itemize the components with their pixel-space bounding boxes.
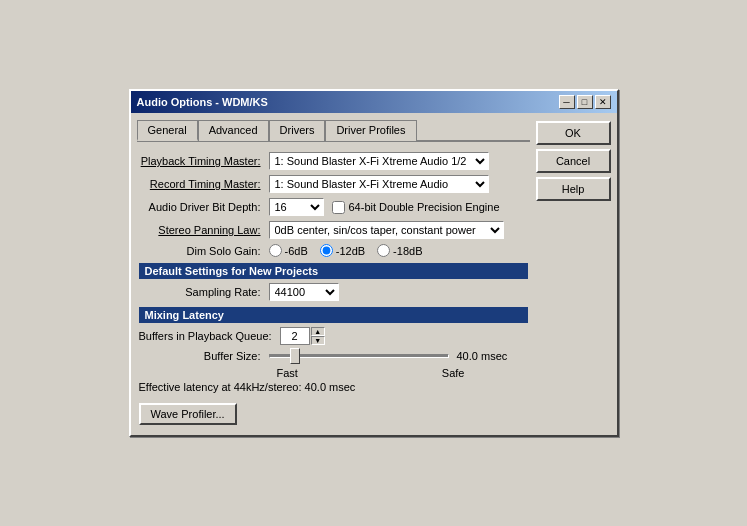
tab-driver-profiles[interactable]: Driver Profiles: [325, 120, 416, 141]
radio-item-18db: -18dB: [377, 244, 422, 257]
effective-latency: Effective latency at 44kHz/stereo: 40.0 …: [139, 381, 528, 393]
tab-content: Playback Timing Master: 1: Sound Blaster…: [137, 148, 530, 429]
tab-general[interactable]: General: [137, 120, 198, 141]
dim-solo-label: Dim Solo Gain:: [139, 245, 269, 257]
wave-profiler-button[interactable]: Wave Profiler...: [139, 403, 237, 425]
radio-18db-label: -18dB: [393, 245, 422, 257]
slider-thumb[interactable]: [290, 348, 300, 364]
mixing-latency-header: Mixing Latency: [139, 307, 528, 323]
precision-checkbox[interactable]: [332, 201, 345, 214]
radio-12db-label: -12dB: [336, 245, 365, 257]
spinner-down[interactable]: ▼: [311, 336, 325, 345]
help-button[interactable]: Help: [536, 177, 611, 201]
radio-6db[interactable]: [269, 244, 282, 257]
minimize-button[interactable]: ─: [559, 95, 575, 109]
main-window: Audio Options - WDM/KS ─ □ ✕ General Adv…: [129, 89, 619, 437]
radio-18db[interactable]: [377, 244, 390, 257]
ok-button[interactable]: OK: [536, 121, 611, 145]
precision-label: 64-bit Double Precision Engine: [349, 201, 500, 213]
panning-label: Stereo Panning Law:: [139, 224, 269, 236]
buffers-spinner: ▲ ▼: [280, 327, 325, 345]
safe-label: Safe: [442, 367, 465, 379]
radio-item-6db: -6dB: [269, 244, 308, 257]
slider-label-row: Fast Safe: [277, 367, 465, 379]
radio-6db-label: -6dB: [285, 245, 308, 257]
slider-track[interactable]: [269, 354, 449, 358]
window-title: Audio Options - WDM/KS: [137, 96, 268, 108]
record-row: Record Timing Master: 1: Sound Blaster X…: [139, 175, 528, 193]
tab-advanced[interactable]: Advanced: [198, 120, 269, 141]
maximize-button[interactable]: □: [577, 95, 593, 109]
tab-drivers[interactable]: Drivers: [269, 120, 326, 141]
record-select[interactable]: 1: Sound Blaster X-Fi Xtreme Audio: [269, 175, 489, 193]
panning-select[interactable]: 0dB center, sin/cos taper, constant powe…: [269, 221, 504, 239]
side-buttons: OK Cancel Help: [536, 119, 611, 429]
bitdepth-select[interactable]: 16 24 32: [269, 198, 324, 216]
sampling-label: Sampling Rate:: [139, 286, 269, 298]
fast-label: Fast: [277, 367, 298, 379]
sampling-select[interactable]: 44100 48000 96000: [269, 283, 339, 301]
record-label: Record Timing Master:: [139, 178, 269, 190]
cancel-button[interactable]: Cancel: [536, 149, 611, 173]
dim-solo-row: Dim Solo Gain: -6dB -12dB -18dB: [139, 244, 528, 257]
playback-label: Playback Timing Master:: [139, 155, 269, 167]
default-settings-header: Default Settings for New Projects: [139, 263, 528, 279]
buffer-size-value: 40.0 msec: [457, 350, 508, 362]
spinner-buttons: ▲ ▼: [311, 327, 325, 345]
buffer-size-label: Buffer Size:: [139, 350, 269, 362]
window-content: General Advanced Drivers Driver Profiles…: [131, 113, 617, 435]
tab-bar: General Advanced Drivers Driver Profiles: [137, 119, 530, 142]
sampling-row: Sampling Rate: 44100 48000 96000: [139, 283, 528, 301]
buffers-label: Buffers in Playback Queue:: [139, 330, 280, 342]
title-controls: ─ □ ✕: [559, 95, 611, 109]
panning-row: Stereo Panning Law: 0dB center, sin/cos …: [139, 221, 528, 239]
close-button[interactable]: ✕: [595, 95, 611, 109]
dim-solo-radio-group: -6dB -12dB -18dB: [269, 244, 423, 257]
buffers-row: Buffers in Playback Queue: ▲ ▼: [139, 327, 528, 345]
playback-row: Playback Timing Master: 1: Sound Blaster…: [139, 152, 528, 170]
playback-select[interactable]: 1: Sound Blaster X-Fi Xtreme Audio 1/2: [269, 152, 489, 170]
bitdepth-row: Audio Driver Bit Depth: 16 24 32 64-bit …: [139, 198, 528, 216]
radio-12db[interactable]: [320, 244, 333, 257]
bitdepth-label: Audio Driver Bit Depth:: [139, 201, 269, 213]
radio-item-12db: -12dB: [320, 244, 365, 257]
spinner-up[interactable]: ▲: [311, 327, 325, 336]
main-panel: General Advanced Drivers Driver Profiles…: [137, 119, 530, 429]
slider-container: 40.0 msec: [269, 350, 508, 362]
title-bar: Audio Options - WDM/KS ─ □ ✕: [131, 91, 617, 113]
slider-row: 40.0 msec: [269, 350, 508, 362]
buffer-size-row: Buffer Size: 40.0 msec: [139, 350, 528, 362]
buffers-input[interactable]: [280, 327, 310, 345]
